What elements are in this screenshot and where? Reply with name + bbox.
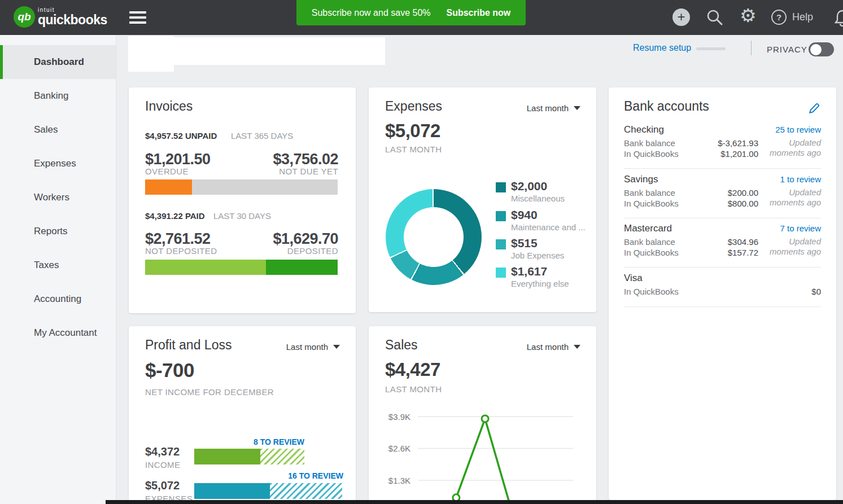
loading-placeholder (128, 36, 174, 72)
help-label: Help (792, 11, 813, 23)
expenses-period-label: LAST MONTH (385, 144, 442, 154)
savings-review-link[interactable]: 1 to review (780, 174, 821, 184)
sidebar-item-sales[interactable]: Sales (0, 113, 116, 147)
deposited-label: DEPOSITED (287, 246, 338, 256)
legend-item[interactable]: $515 Job Expenses (496, 236, 564, 260)
pnl-period-dropdown[interactable]: Last month (286, 342, 340, 352)
income-bar-solid[interactable] (194, 449, 260, 464)
resume-setup-link[interactable]: Resume setup (633, 43, 691, 53)
paid-period: LAST 30 DAYS (213, 211, 271, 221)
expenses-bar-hatched[interactable] (270, 483, 342, 499)
expenses-bar-solid[interactable] (194, 483, 270, 499)
overdue-amount: $1,201.50 (145, 151, 211, 168)
overdue-label: OVERDUE (145, 166, 189, 176)
unpaid-bar-chart[interactable] (145, 179, 338, 195)
unpaid-period: LAST 365 DAYS (231, 131, 293, 141)
sales-card: Sales Last month $4,427 LAST MONTH $3.9K… (369, 326, 596, 504)
sidebar-item-banking[interactable]: Banking (0, 79, 116, 113)
banner-text: Subscribe now and save 50% (312, 8, 431, 18)
sales-line-chart[interactable] (418, 410, 582, 504)
bank-account-savings: Savings 1 to review Bank balance $200.00… (624, 174, 821, 218)
sidebar-item-dashboard[interactable]: Dashboard (0, 45, 116, 79)
legend-swatch-everything-else (496, 268, 506, 278)
y-tick-2600: $2.6K (383, 444, 410, 453)
deposited-bar-segment[interactable] (266, 260, 338, 275)
deposited-amount: $1,629.70 (273, 230, 338, 248)
divider (624, 218, 821, 218)
pnl-title: Profit and Loss (145, 338, 232, 353)
bank-accounts-title: Bank accounts (624, 99, 709, 114)
qb-logo-icon: qb (14, 6, 35, 28)
expenses-review-link[interactable]: 16 TO REVIEW (230, 471, 343, 480)
divider (751, 41, 752, 55)
expenses-bar-chart[interactable] (194, 483, 342, 499)
income-bar-hatched[interactable] (260, 449, 304, 464)
sidebar-item-workers[interactable]: Workers (0, 181, 116, 214)
hamburger-menu-icon[interactable] (129, 11, 146, 24)
legend-item[interactable]: $2,000 Miscellaneous (496, 179, 565, 203)
gear-icon[interactable]: ⚙ (740, 5, 757, 27)
top-header-bar: qb intuit quickbooks Subscribe now and s… (0, 0, 843, 35)
subscribe-now-button[interactable]: Subscribe now (447, 8, 511, 18)
checking-review-link[interactable]: 25 to review (775, 125, 821, 134)
toggle-knob (810, 44, 822, 55)
income-review-link[interactable]: 8 TO REVIEW (213, 437, 304, 446)
legend-swatch-maintenance (496, 211, 506, 221)
paid-bar-chart[interactable] (145, 260, 338, 275)
search-icon[interactable] (706, 8, 723, 26)
checking-updated: Updated moments ago (765, 138, 821, 158)
edit-pencil-icon[interactable] (808, 102, 820, 115)
sidebar-item-expenses[interactable]: Expenses (0, 147, 116, 181)
caret-down-icon (574, 106, 580, 110)
sidebar-item-taxes[interactable]: Taxes (0, 248, 116, 282)
sidebar-item-my-accountant[interactable]: My Accountant (0, 316, 116, 350)
mastercard-updated: Updated moments ago (765, 236, 821, 257)
privacy-label: PRIVACY (767, 45, 807, 54)
invoices-title: Invoices (145, 99, 193, 114)
expenses-total: $5,072 (385, 120, 440, 142)
quickbooks-logo[interactable]: qb intuit quickbooks (14, 6, 107, 28)
net-income-label: NET INCOME FOR DECEMBER (145, 387, 274, 397)
setup-progress-bar (696, 47, 726, 50)
sidebar-item-accounting[interactable]: Accounting (0, 282, 116, 316)
quickbooks-dashboard: qb intuit quickbooks Subscribe now and s… (0, 0, 843, 504)
legend-swatch-job-expenses (496, 239, 506, 249)
sidebar-item-reports[interactable]: Reports (0, 214, 116, 248)
notdue-bar-segment[interactable] (192, 179, 338, 195)
legend-item[interactable]: $940 Maintenance and ... (496, 208, 586, 232)
sales-total: $4,427 (385, 359, 440, 380)
paid-summary: $4,391.22 PAID (145, 211, 205, 221)
divider (624, 267, 821, 268)
quickbooks-wordmark: quickbooks (38, 14, 107, 27)
bank-account-checking: Checking 25 to review Bank balance $-3,6… (624, 124, 821, 168)
caret-down-icon (574, 345, 580, 349)
help-button[interactable]: ? Help (771, 10, 813, 25)
subscribe-banner[interactable]: Subscribe now and save 50% Subscribe now (296, 0, 526, 25)
privacy-toggle[interactable] (809, 42, 834, 56)
expenses-donut[interactable] (386, 189, 482, 285)
expenses-period-dropdown[interactable]: Last month (527, 103, 580, 113)
net-income-amount: $-700 (145, 359, 194, 382)
loading-placeholder (172, 37, 385, 65)
income-bar-chart[interactable] (194, 449, 304, 464)
mastercard-review-link[interactable]: 7 to review (780, 223, 821, 233)
divider (624, 306, 821, 307)
sales-period-label: LAST MONTH (385, 384, 442, 394)
help-question-icon: ? (771, 10, 787, 25)
sales-title: Sales (385, 338, 418, 353)
line-point-marker (482, 415, 488, 422)
bank-account-visa: Visa In QuickBooks $0 (624, 273, 821, 302)
expenses-title: Expenses (385, 99, 442, 114)
profit-loss-card: Profit and Loss Last month $-700 NET INC… (129, 326, 356, 504)
divider (624, 168, 821, 169)
sales-period-dropdown[interactable]: Last month (527, 342, 580, 352)
overdue-bar-segment[interactable] (145, 179, 192, 195)
notdeposited-bar-segment[interactable] (145, 260, 266, 275)
bank-account-mastercard: Mastercard 7 to review Bank balance $304… (624, 223, 821, 267)
bell-icon[interactable] (835, 8, 843, 27)
notdue-label: NOT DUE YET (279, 166, 338, 176)
legend-item[interactable]: $1,617 Everything else (496, 265, 569, 288)
create-plus-icon[interactable]: + (672, 8, 690, 26)
window-edge-strip (106, 500, 843, 504)
income-amount: $4,372 (145, 445, 180, 458)
